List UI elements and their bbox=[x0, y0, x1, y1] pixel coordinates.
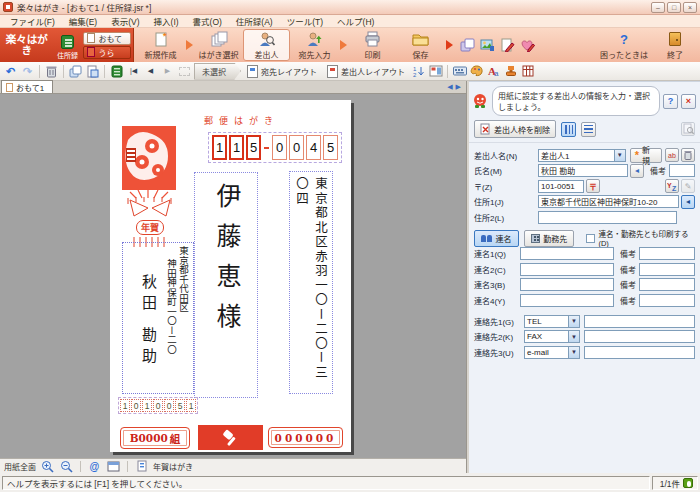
keyboard-icon[interactable] bbox=[452, 64, 467, 79]
joint2-biko-field[interactable] bbox=[639, 263, 695, 276]
joint3-biko-field[interactable] bbox=[639, 278, 695, 291]
recipient-name-frame[interactable]: 伊藤恵様 bbox=[194, 172, 258, 398]
delete-sender-frame-button[interactable]: 差出人枠を削除 bbox=[474, 120, 556, 138]
panel-close-button[interactable]: × bbox=[681, 94, 696, 109]
workplace-tab-button[interactable]: 勤務先 bbox=[524, 230, 575, 247]
zoom-in-icon[interactable] bbox=[40, 459, 55, 474]
step-recipient-button[interactable]: 宛先入力 bbox=[291, 29, 338, 61]
joint3-field[interactable] bbox=[520, 278, 614, 291]
recipient-address-frame[interactable]: 東京都北区赤羽一〇ー二〇ー三〇四 bbox=[289, 171, 333, 394]
exit-button[interactable]: 終了 bbox=[658, 29, 692, 61]
font-icon[interactable]: Aa bbox=[486, 64, 501, 79]
address1-field[interactable]: 東京都千代田区神田神保町10-20 bbox=[538, 195, 679, 208]
paste-frame-icon[interactable] bbox=[85, 64, 100, 79]
address2-field[interactable] bbox=[538, 211, 677, 224]
menu-format[interactable]: 書式(O) bbox=[186, 15, 229, 27]
tab-omote1[interactable]: おもて1 bbox=[1, 80, 53, 93]
recipient-zip-frame[interactable]: 1 1 5 0 0 4 5 bbox=[208, 132, 342, 163]
recipient-layout-button[interactable]: 宛先レイアウト bbox=[243, 64, 321, 79]
back-side-button[interactable]: うら bbox=[83, 46, 131, 59]
contact2-type-combo[interactable]: FAX ▼ bbox=[524, 330, 580, 343]
joint4-field[interactable] bbox=[520, 294, 614, 307]
sort-icon[interactable]: 12 bbox=[411, 64, 426, 79]
edit-pen-button[interactable]: ✎ bbox=[681, 179, 695, 193]
joint1-biko-field[interactable] bbox=[639, 247, 695, 260]
joint-names-tab-button[interactable]: 連名 bbox=[474, 230, 519, 247]
tab-scroll-next[interactable]: ▶ bbox=[456, 83, 461, 91]
horizontal-text-toggle[interactable] bbox=[581, 122, 596, 137]
joint2-field[interactable] bbox=[520, 263, 614, 276]
name-biko-field[interactable] bbox=[669, 164, 695, 177]
stamp-icon[interactable] bbox=[503, 64, 518, 79]
contact2-field[interactable] bbox=[584, 330, 695, 343]
full-page-button[interactable]: 用紙全面 bbox=[4, 461, 36, 472]
front-side-button[interactable]: おもて bbox=[83, 32, 131, 45]
open-address-book-icon[interactable] bbox=[109, 64, 124, 79]
print-both-option[interactable]: 連名・勤務先とも印刷する(D) bbox=[586, 228, 695, 248]
panel-help-button[interactable]: ? bbox=[663, 94, 678, 109]
menu-edit[interactable]: 編集(E) bbox=[62, 15, 104, 27]
contact3-type-combo[interactable]: e-mail ▼ bbox=[524, 346, 580, 359]
selection-frame-icon[interactable] bbox=[177, 64, 192, 79]
tab-scroll-prev[interactable]: ◀ bbox=[447, 83, 452, 91]
name-field[interactable]: 秋田 勘助 bbox=[538, 164, 628, 177]
step-save-button[interactable]: 保存 bbox=[397, 29, 444, 61]
grid-calendar-icon[interactable] bbox=[520, 64, 535, 79]
joint1-field[interactable] bbox=[520, 247, 614, 260]
rename-sender-button[interactable]: ab bbox=[665, 148, 679, 162]
preview-button[interactable] bbox=[681, 122, 695, 136]
step-sender-button[interactable]: 差出人 bbox=[243, 29, 290, 61]
zip-field[interactable]: 101-0051 bbox=[538, 180, 584, 193]
delete-sender-button[interactable] bbox=[681, 148, 695, 162]
menu-file[interactable]: ファイル(F) bbox=[3, 15, 62, 27]
dropdown-arrow-icon[interactable]: ▼ bbox=[568, 347, 579, 358]
close-button[interactable]: × bbox=[683, 2, 697, 13]
sender-select-combo[interactable]: 差出人1 ▼ bbox=[538, 149, 626, 162]
dropdown-arrow-icon[interactable]: ▼ bbox=[614, 150, 625, 161]
maximize-button[interactable]: □ bbox=[667, 2, 681, 13]
address-assist-button[interactable]: ◂ bbox=[681, 195, 695, 209]
print-both-checkbox[interactable] bbox=[586, 234, 595, 243]
nav-prev-button[interactable]: ◀ bbox=[143, 64, 158, 79]
nav-first-button[interactable]: |◀ bbox=[126, 64, 141, 79]
step-print-button[interactable]: 印刷 bbox=[349, 29, 396, 61]
duplicate-pages-icon[interactable] bbox=[459, 37, 475, 53]
menu-view[interactable]: 表示(V) bbox=[104, 15, 146, 27]
image-import-icon[interactable] bbox=[479, 37, 495, 53]
sender-layout-button[interactable]: 差出人レイアウト bbox=[323, 64, 409, 79]
nav-next-button[interactable]: ▶ bbox=[160, 64, 175, 79]
joint4-biko-field[interactable] bbox=[639, 294, 695, 307]
web-globe-icon[interactable]: @ bbox=[87, 459, 102, 474]
design-palette-icon[interactable] bbox=[469, 64, 484, 79]
window-view-icon[interactable] bbox=[106, 459, 121, 474]
card-layout-icon[interactable] bbox=[428, 64, 443, 79]
sender-zip-frame[interactable]: 1 0 1 0 0 5 1 bbox=[118, 397, 198, 414]
sender-frame[interactable]: 東京都千代田区 神田神保町一〇ー二〇 秋田 勘助 bbox=[122, 242, 194, 394]
menu-insert[interactable]: 挿入(I) bbox=[147, 15, 186, 27]
stamp-area[interactable] bbox=[122, 126, 176, 200]
delete-button[interactable] bbox=[44, 64, 59, 79]
undo-button[interactable]: ↶ bbox=[3, 64, 18, 79]
menu-help[interactable]: ヘルプ(H) bbox=[330, 15, 381, 27]
zoom-out-icon[interactable] bbox=[59, 459, 74, 474]
vertical-text-toggle[interactable] bbox=[561, 122, 576, 137]
step-select-postcard-button[interactable]: はがき選択 bbox=[195, 29, 242, 61]
menu-tools[interactable]: ツール(T) bbox=[280, 15, 330, 27]
address-book-button[interactable]: 住所録 bbox=[54, 30, 82, 60]
new-sender-button[interactable]: * 新規 bbox=[630, 148, 662, 163]
step-new-button[interactable]: * 新規作成 bbox=[137, 29, 184, 61]
contact1-type-combo[interactable]: TEL ▼ bbox=[524, 315, 580, 328]
dropdown-arrow-icon[interactable]: ▼ bbox=[568, 331, 579, 342]
contact1-field[interactable] bbox=[584, 315, 695, 328]
redo-button[interactable]: ↷ bbox=[20, 64, 35, 79]
edit-heart-icon[interactable] bbox=[519, 37, 535, 53]
edit-page-icon[interactable] bbox=[499, 37, 515, 53]
name-assist-button[interactable]: ◂ bbox=[630, 164, 644, 178]
menu-addressbook[interactable]: 住所録(A) bbox=[229, 15, 280, 27]
zip-to-address-button[interactable]: YZ bbox=[665, 179, 679, 193]
minimize-button[interactable]: – bbox=[651, 2, 665, 13]
help-button[interactable]: ? 困ったときは bbox=[600, 29, 648, 61]
dropdown-arrow-icon[interactable]: ▼ bbox=[568, 316, 579, 327]
zip-lookup-button[interactable]: 〒 bbox=[586, 179, 600, 193]
copy-frame-icon[interactable] bbox=[68, 64, 83, 79]
